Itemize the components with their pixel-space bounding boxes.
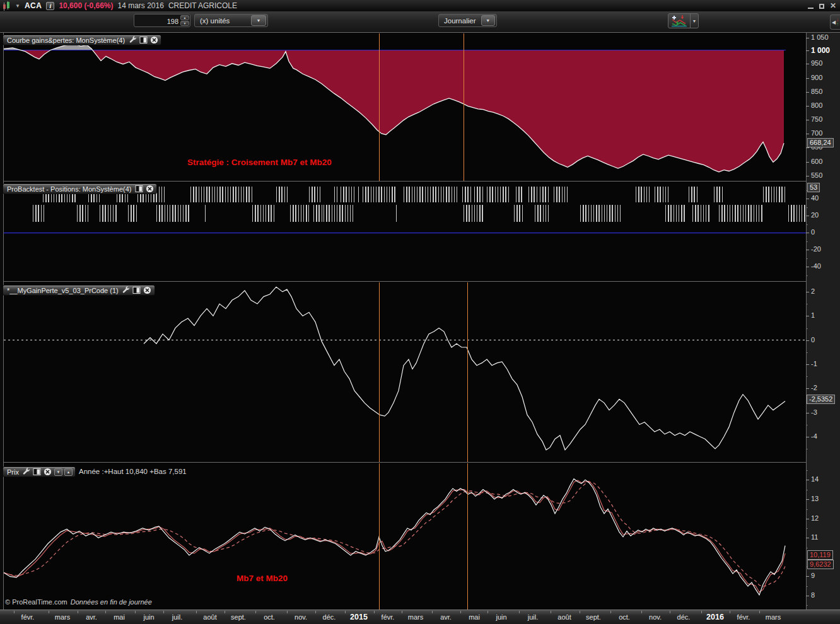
position-bars-high (190, 187, 254, 202)
axis-label: 9 (811, 572, 815, 579)
month-label: févr. (382, 613, 395, 621)
position-bars-low (252, 205, 276, 222)
close-icon[interactable] (145, 185, 154, 193)
axis-label: 0 (811, 336, 815, 344)
axis-label: -3 (811, 408, 817, 416)
units-quantity-input[interactable] (136, 15, 180, 27)
axis-minor-tick (806, 258, 808, 259)
time-tick (759, 611, 760, 613)
position-bars-low (580, 205, 621, 222)
month-label: déc. (323, 613, 336, 621)
wrench-icon[interactable] (122, 286, 131, 294)
time-axis[interactable]: févr.marsavr.maijuinjuil.aoûtsept.oct.no… (0, 610, 840, 624)
panel3-header[interactable]: *__MyGainPerte_v5_03_PrCode (1) (3, 285, 155, 296)
axis-minor-tick (806, 470, 808, 471)
wrench-icon[interactable] (128, 36, 137, 44)
axis-minor-tick (806, 224, 808, 225)
window-icon[interactable] (134, 185, 143, 193)
units-mode-select[interactable]: (x) unités ▼ (194, 14, 268, 27)
axis-label: 11 (811, 533, 818, 541)
year-label: 2016 (706, 613, 724, 621)
new-chart-dropdown-caret-icon[interactable]: ▼ (690, 13, 699, 28)
price-chart-canvas[interactable] (4, 463, 806, 610)
separator[interactable] (3, 462, 807, 463)
month-label: févr. (737, 613, 750, 621)
axis-tick (806, 364, 809, 365)
position-bars-high (363, 187, 396, 202)
separator[interactable] (3, 181, 807, 182)
position-bars-high (404, 187, 458, 202)
last-value-box: 53 (807, 183, 820, 192)
time-tick (487, 611, 488, 613)
position-bars-high (763, 187, 787, 202)
axis-tick (806, 413, 809, 413)
company-name: CREDIT AGRICOLE (168, 1, 237, 10)
position-bars-high (358, 187, 361, 202)
info-icon[interactable]: i (46, 2, 54, 10)
month-label: juin (496, 613, 506, 621)
chevron-left-icon: ◀ (832, 20, 836, 25)
new-chart-button[interactable] (668, 13, 691, 28)
time-tick (670, 611, 670, 613)
timeframe-select[interactable]: Journalier ▼ (438, 14, 497, 27)
year-label: 2015 (350, 613, 368, 621)
close-icon[interactable] (149, 36, 158, 44)
time-tick (519, 611, 520, 613)
close-icon[interactable] (44, 468, 52, 476)
axis-tick (806, 106, 809, 107)
time-tick (163, 611, 164, 613)
axis-tick (806, 388, 809, 389)
axis-tick (806, 437, 809, 437)
symbol-dropdown-caret-icon[interactable]: ▼ (15, 3, 20, 9)
close-window-button[interactable]: ✕ (830, 2, 836, 9)
month-label: nov. (649, 613, 662, 621)
position-bars-low (464, 205, 484, 222)
separator[interactable] (3, 281, 807, 282)
mb-annotation[interactable]: Mb7 et Mb20 (236, 574, 288, 583)
position-bars-high (276, 187, 289, 202)
position-bars-high (554, 187, 568, 202)
close-icon[interactable] (143, 286, 152, 294)
positions-zero-line (4, 233, 806, 233)
chevron-down-icon[interactable]: ▼ (481, 15, 496, 26)
units-quantity-field[interactable]: ▲▼ (134, 14, 190, 27)
axis-tick (806, 120, 809, 120)
gainperte-chart-canvas[interactable] (4, 282, 806, 462)
time-tick (432, 611, 433, 613)
position-bars-low (665, 205, 686, 222)
move-panel-up-icon[interactable]: ▲ (64, 468, 73, 476)
minimize-button[interactable] (808, 8, 814, 9)
equity-chart-canvas[interactable] (4, 33, 806, 181)
panel4-header[interactable]: Prix ▼ ▲ (3, 466, 76, 477)
axis-tick (806, 233, 809, 233)
axis-tick (806, 596, 809, 596)
titlebar[interactable]: ▼ ACA i 10,600 (-0,66%) 14 mars 2016 CRE… (0, 0, 840, 11)
strategy-annotation[interactable]: Stratégie : Croisement Mb7 et Mb20 (187, 158, 332, 167)
panel2-title: ProBacktest - Positions: MonSystème(4) (7, 185, 132, 193)
separator (0, 32, 840, 33)
position-bars-high (540, 187, 550, 202)
stepper-up-icon[interactable]: ▲ (180, 15, 189, 20)
time-tick (460, 611, 461, 613)
window-icon[interactable] (33, 468, 42, 476)
stepper-down-icon[interactable]: ▼ (180, 21, 189, 26)
maximize-button[interactable] (819, 4, 824, 9)
move-panel-down-icon[interactable]: ▼ (54, 468, 62, 476)
month-label: mai (469, 613, 480, 621)
window-icon[interactable] (132, 286, 141, 294)
collapse-panel-tab[interactable]: ◀ ↓↑ (830, 14, 840, 30)
prorealtime-window: ▼ ACA i 10,600 (-0,66%) 14 mars 2016 CRE… (0, 0, 840, 624)
quantity-stepper[interactable]: ▲▼ (180, 15, 189, 26)
position-bars-high (309, 187, 320, 202)
panel2-header[interactable]: ProBacktest - Positions: MonSystème(4) (3, 183, 157, 194)
vertical-marker-line (467, 282, 468, 462)
axis-tick (806, 499, 809, 500)
window-icon[interactable] (139, 36, 148, 44)
panel1-header[interactable]: Courbe gains&pertes: MonSystème(4) (3, 35, 161, 45)
axis-tick (806, 267, 809, 267)
chevron-down-icon[interactable]: ▼ (251, 15, 266, 26)
last-value-box: 10,119 (807, 550, 833, 560)
axis-label: 550 (811, 171, 822, 179)
wrench-icon[interactable] (22, 468, 31, 476)
position-bars-low (205, 205, 207, 222)
